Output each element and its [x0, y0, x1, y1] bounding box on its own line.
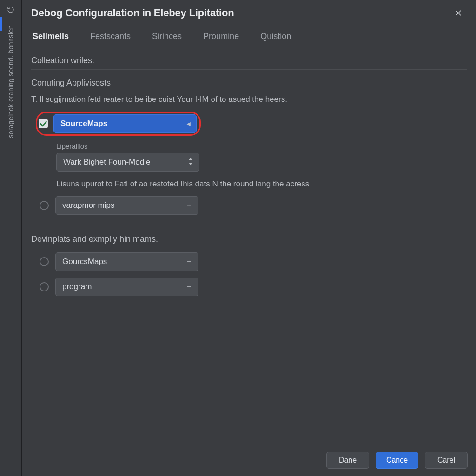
liperallos-label: Liperalllos: [31, 142, 467, 150]
stepper-icon: [188, 158, 193, 166]
plus-icon: ＋: [185, 257, 192, 266]
active-tool-indicator: [0, 17, 2, 31]
varapmor-combobox[interactable]: varapmor mips ＋: [55, 196, 198, 215]
varapmor-label: varapmor mips: [62, 201, 114, 210]
tab-proumine[interactable]: Proumine: [192, 26, 250, 47]
sourcemaps-label: SourceMaps: [60, 119, 107, 128]
close-icon[interactable]: [452, 7, 465, 20]
dane-button[interactable]: Dane: [326, 452, 369, 469]
dialog-titlebar: Debog Configuralation in Elebey Lipitati…: [22, 0, 476, 25]
dialog-title: Debog Configuralation in Elebey Lipitati…: [31, 7, 234, 19]
config-dialog: Debog Configuralation in Elebey Lipitati…: [22, 0, 476, 476]
tab-quistion[interactable]: Quistion: [250, 26, 302, 47]
dialog-body: Colleation wriles: Conuting Applivisosts…: [22, 47, 476, 445]
work-mode-value: Wark Bighet Foun-Modle: [63, 158, 150, 167]
cance-button[interactable]: Cance: [376, 452, 418, 469]
varapmor-radio[interactable]: [40, 201, 49, 210]
sourcemaps-combobox[interactable]: SourceMaps ◂: [53, 114, 197, 133]
gourcsmaps-label: GourcsMaps: [62, 257, 107, 266]
subsection-title: Conuting Applivisosts: [31, 78, 467, 88]
left-tool-strip: soragelnok oraning seend. bonnslen: [0, 0, 22, 476]
help-text-2: Lisuns upurot to Fatl of ao restoted Ihi…: [31, 179, 467, 190]
tab-sirinces[interactable]: Sirinces: [141, 26, 192, 47]
program-radio[interactable]: [40, 282, 49, 291]
section-title: Colleation wriles:: [31, 56, 467, 70]
sidebar-vertical-label[interactable]: soragelnok oraning seend. bonnslen: [7, 22, 14, 141]
tab-selimells[interactable]: Selimells: [22, 26, 79, 47]
gourcsmaps-combobox[interactable]: GourcsMaps ＋: [55, 252, 198, 271]
loop-icon[interactable]: [6, 5, 16, 15]
highlighted-option: SourceMaps ◂: [36, 112, 201, 136]
dialog-footer: Dane Cance Carel: [22, 445, 476, 476]
work-mode-combobox[interactable]: Wark Bighet Foun-Modle: [56, 153, 199, 172]
plus-icon: ＋: [185, 282, 192, 291]
program-combobox[interactable]: program ＋: [55, 278, 198, 296]
sourcemaps-checkbox[interactable]: [39, 119, 48, 128]
tab-bar: Selimells Festscants Sirinces Proumine Q…: [22, 25, 473, 47]
carel-button[interactable]: Carel: [425, 452, 468, 469]
program-label: program: [62, 282, 92, 291]
tab-festscants[interactable]: Festscants: [79, 26, 141, 47]
dropdown-icon: ◂: [187, 119, 191, 128]
plus-icon: ＋: [185, 201, 192, 210]
help-text-1: T. Il sugijmation fetd reater to be ibe …: [31, 94, 467, 105]
gourcsmaps-radio[interactable]: [40, 257, 49, 266]
section2-title: Devinplats and exmplly hin mams.: [31, 234, 467, 244]
